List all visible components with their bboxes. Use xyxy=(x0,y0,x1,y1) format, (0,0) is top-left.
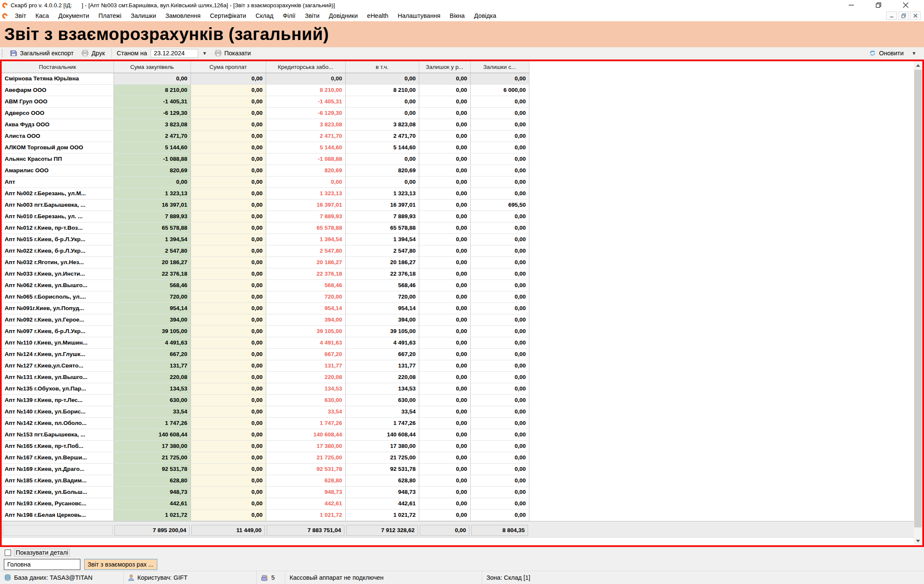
menu-item[interactable]: Довідники xyxy=(324,11,362,20)
cell-purchases[interactable]: 5 144,60 xyxy=(114,142,190,153)
cell-purchases[interactable]: 442,61 xyxy=(114,498,190,509)
cell-creditor-debt[interactable]: 0,00 xyxy=(266,73,345,84)
table-row[interactable]: Адверсо ООО -6 129,30 0,00 -6 129,30 0,0… xyxy=(2,107,529,119)
cell-remainder-r[interactable]: 0,00 xyxy=(419,371,470,383)
cell-remainder-r[interactable]: 0,00 xyxy=(419,360,470,371)
cell-remainder-r[interactable]: 0,00 xyxy=(419,337,470,348)
cell-remainder-s[interactable]: 0,00 xyxy=(470,475,529,486)
cell-purchases[interactable]: -1 088,88 xyxy=(114,153,190,165)
table-row[interactable]: Апт №198 г.Белая Церковь... 1 021,72 0,0… xyxy=(2,509,529,521)
cell-remainder-s[interactable]: 0,00 xyxy=(470,279,529,291)
column-header[interactable]: Сума проплат xyxy=(190,61,266,73)
table-row[interactable]: Апт №065 г.Борисполь, ул.... 720,00 0,00… xyxy=(2,291,529,302)
cell-purchases[interactable]: 667,20 xyxy=(114,348,190,360)
cell-creditor-debt[interactable]: 131,77 xyxy=(266,360,345,371)
cell-remainder-r[interactable]: 0,00 xyxy=(419,130,470,142)
cell-purchases[interactable]: 22 376,18 xyxy=(114,268,190,279)
cell-creditor-debt[interactable]: 65 578,88 xyxy=(266,222,345,234)
cell-purchases[interactable]: 20 186,27 xyxy=(114,256,190,268)
close-icon[interactable] xyxy=(902,2,910,9)
cell-remainder-s[interactable]: 0,00 xyxy=(470,325,529,337)
cell-remainder-s[interactable]: 0,00 xyxy=(470,188,529,199)
cell-purchases[interactable]: 39 105,00 xyxy=(114,325,190,337)
cell-including[interactable]: 442,61 xyxy=(345,498,419,509)
cell-creditor-debt[interactable]: 2 471,70 xyxy=(266,130,345,142)
cell-including[interactable]: 3 823,08 xyxy=(345,119,419,130)
maximize-icon[interactable] xyxy=(875,2,882,9)
cell-payments[interactable]: 0,00 xyxy=(190,188,266,199)
table-row[interactable]: Альянс Красоты ПП -1 088,88 0,00 -1 088,… xyxy=(2,153,529,165)
menu-item[interactable]: Вікна xyxy=(445,11,469,20)
cell-purchases[interactable]: 4 491,63 xyxy=(114,337,190,348)
cell-including[interactable]: 17 380,00 xyxy=(345,440,419,452)
cell-payments[interactable]: 0,00 xyxy=(190,383,266,394)
cell-including[interactable]: 820,69 xyxy=(345,165,419,176)
cell-payments[interactable]: 0,00 xyxy=(190,119,266,130)
table-row[interactable]: Смірнова Тетяна Юрьївна 0,00 0,00 0,00 0… xyxy=(2,73,529,84)
cell-creditor-debt[interactable]: 667,20 xyxy=(266,348,345,360)
cell-remainder-r[interactable]: 0,00 xyxy=(419,268,470,279)
mdi-close-icon[interactable] xyxy=(910,11,921,20)
cell-payments[interactable]: 0,00 xyxy=(190,176,266,188)
cell-supplier[interactable]: Апт №193 г.Киев, Русановс... xyxy=(2,498,114,509)
cell-creditor-debt[interactable]: 948,73 xyxy=(266,486,345,498)
cell-remainder-s[interactable]: 0,00 xyxy=(470,119,529,130)
cell-remainder-s[interactable]: 0,00 xyxy=(470,222,529,234)
cell-including[interactable]: 140 608,44 xyxy=(345,429,419,440)
cell-remainder-s[interactable]: 0,00 xyxy=(470,337,529,348)
cell-purchases[interactable]: 140 608,44 xyxy=(114,429,190,440)
scroll-up-icon[interactable] xyxy=(914,61,922,70)
refresh-caret-icon[interactable]: ▼ xyxy=(909,51,919,56)
cell-payments[interactable]: 0,00 xyxy=(190,371,266,383)
cell-creditor-debt[interactable]: 5 144,60 xyxy=(266,142,345,153)
cell-payments[interactable]: 0,00 xyxy=(190,337,266,348)
cell-purchases[interactable]: -6 129,30 xyxy=(114,107,190,119)
cell-payments[interactable]: 0,00 xyxy=(190,211,266,222)
cell-payments[interactable]: 0,00 xyxy=(190,107,266,119)
cell-remainder-r[interactable]: 0,00 xyxy=(419,234,470,245)
cell-payments[interactable]: 0,00 xyxy=(190,463,266,475)
cell-supplier[interactable]: Апт №169 г.Киев, ул.Драго... xyxy=(2,463,114,475)
cell-supplier[interactable]: Апт №198 г.Белая Церковь... xyxy=(2,509,114,521)
date-input[interactable]: 23.12.2024 xyxy=(151,49,198,58)
cell-remainder-r[interactable]: 0,00 xyxy=(419,245,470,256)
cell-remainder-r[interactable]: 0,00 xyxy=(419,211,470,222)
cell-including[interactable]: 394,00 xyxy=(345,314,419,325)
cell-supplier[interactable]: Апт №003 пгт.Барышевка, ... xyxy=(2,199,114,211)
cell-purchases[interactable]: 568,46 xyxy=(114,279,190,291)
cell-including[interactable]: 39 105,00 xyxy=(345,325,419,337)
cell-including[interactable]: 2 471,70 xyxy=(345,130,419,142)
cell-remainder-s[interactable]: 0,00 xyxy=(470,440,529,452)
cell-remainder-r[interactable]: 0,00 xyxy=(419,153,470,165)
cell-payments[interactable]: 0,00 xyxy=(190,486,266,498)
cell-including[interactable]: 630,00 xyxy=(345,394,419,406)
cell-supplier[interactable]: Апт №022 г.Киев, б-р.Л.Укр... xyxy=(2,245,114,256)
cell-supplier[interactable]: АЛКОМ Торговый дом ООО xyxy=(2,142,114,153)
cell-including[interactable]: 131,77 xyxy=(345,360,419,371)
table-row[interactable]: Апт №062 г.Киев, ул.Вышго... 568,46 0,00… xyxy=(2,279,529,291)
cell-payments[interactable]: 0,00 xyxy=(190,222,266,234)
cell-purchases[interactable]: 8 210,00 xyxy=(114,84,190,96)
cell-including[interactable]: 22 376,18 xyxy=(345,268,419,279)
cell-creditor-debt[interactable]: 394,00 xyxy=(266,314,345,325)
cell-including[interactable]: 0,00 xyxy=(345,176,419,188)
scroll-down-icon[interactable] xyxy=(914,537,922,545)
cell-remainder-s[interactable]: 0,00 xyxy=(470,245,529,256)
cell-remainder-s[interactable]: 0,00 xyxy=(470,314,529,325)
cell-purchases[interactable]: 948,73 xyxy=(114,486,190,498)
column-header[interactable]: Постачальник xyxy=(2,61,114,73)
cell-remainder-r[interactable]: 0,00 xyxy=(419,394,470,406)
show-details-checkbox[interactable] xyxy=(5,550,11,556)
cell-including[interactable]: 954,14 xyxy=(345,302,419,314)
cell-payments[interactable]: 0,00 xyxy=(190,417,266,429)
cell-remainder-r[interactable]: 0,00 xyxy=(419,406,470,417)
cell-creditor-debt[interactable]: 140 608,44 xyxy=(266,429,345,440)
cell-remainder-r[interactable]: 0,00 xyxy=(419,325,470,337)
tab-settlements-report[interactable]: Звіт з взаємороз рах ... xyxy=(84,559,157,570)
menu-item[interactable]: Документи xyxy=(54,11,94,20)
cell-payments[interactable]: 0,00 xyxy=(190,314,266,325)
cell-supplier[interactable]: Апт №065 г.Борисполь, ул.... xyxy=(2,291,114,302)
cell-remainder-r[interactable]: 0,00 xyxy=(419,107,470,119)
cell-including[interactable]: 1 323,13 xyxy=(345,188,419,199)
cell-remainder-s[interactable]: 0,00 xyxy=(470,165,529,176)
